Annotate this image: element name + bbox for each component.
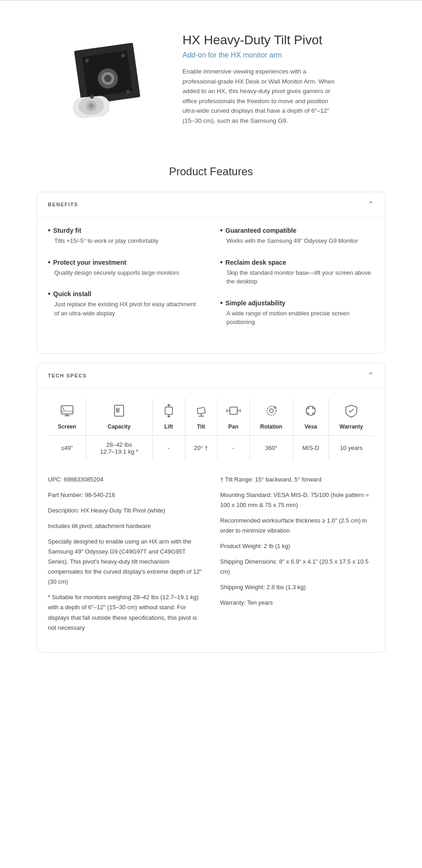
detail-warranty: Warranty: Ten years [220, 598, 375, 608]
col-label-capacity: Capacity [108, 424, 130, 430]
benefit-title-invest: Protect your investment [48, 258, 202, 267]
detail-part: Part Number: 98-540-216 [48, 490, 202, 500]
benefits-accordion-header[interactable]: BENEFITS ⌃ [37, 192, 385, 217]
benefits-accordion: BENEFITS ⌃ Sturdy fit Tilts +15/-5° to w… [36, 192, 386, 354]
benefit-desc-install: Just replace the existing HX pivot for e… [48, 300, 202, 318]
benefit-item-compat: Guaranteed compatible Works with the Sam… [220, 226, 375, 246]
warranty-icon [333, 403, 370, 421]
techspecs-chevron-icon: ⌃ [367, 371, 374, 380]
svg-point-31 [270, 409, 273, 413]
col-header-pan: Pan [217, 397, 250, 435]
benefit-desc-invest: Quality design securely supports large m… [48, 268, 202, 277]
cell-capacity: 28–42 lbs12.7–19.1 kg * [86, 435, 152, 460]
specs-details-right: † Tilt Range: 15° backward, 5° forward M… [220, 475, 375, 638]
product-description: Enable immersive viewing experiences wit… [182, 67, 338, 126]
benefit-desc-sturdy: Tilts +15/-5° to work or play comfortabl… [48, 236, 202, 246]
benefit-title-sturdy: Sturdy fit [48, 226, 202, 235]
col-header-tilt: Tilt [185, 397, 217, 435]
techspecs-accordion-header[interactable]: TECH SPECS ⌃ [37, 363, 385, 388]
svg-rect-13 [61, 406, 73, 414]
specs-table-header-row: Screen lb kg Capacity [48, 397, 374, 435]
benefit-title-install: Quick install [48, 290, 202, 298]
detail-worksurface: Recommended worksurface thickness ≥ 1.0"… [220, 516, 375, 536]
rotation-icon [254, 403, 289, 421]
specs-details: UPC: 698833085204 Part Number: 98-540-21… [48, 475, 374, 638]
col-header-capacity: lb kg Capacity [86, 397, 152, 435]
detail-weight: Product Weight: 2 lb (1 kg) [220, 541, 375, 551]
benefit-desc-desk: Skip the standard monitor base—lift your… [220, 268, 375, 286]
benefit-item-adjust: Simple adjustability A wide range of mot… [220, 299, 375, 327]
section-title: Product Features [36, 165, 386, 178]
col-header-vesa: Vesa [293, 397, 328, 435]
lift-icon [156, 403, 181, 421]
benefit-title-adjust: Simple adjustability [220, 299, 375, 307]
detail-mounting: Mounting Standard: VESA MIS-D, 75/100 (h… [220, 490, 375, 510]
benefit-item-sturdy: Sturdy fit Tilts +15/-5° to work or play… [48, 226, 202, 246]
product-image [46, 33, 155, 133]
product-info: HX Heavy-Duty Tilt Pivot Add-on for the … [182, 28, 386, 126]
product-header: HX Heavy-Duty Tilt Pivot Add-on for the … [0, 1, 422, 156]
cell-tilt: 20° † [185, 435, 217, 460]
pan-icon [221, 403, 246, 421]
col-label-vesa: Vesa [304, 424, 317, 430]
vesa-icon [297, 403, 325, 421]
svg-point-33 [307, 407, 309, 409]
tilt-icon [189, 403, 214, 421]
benefit-desc-adjust: A wide range of motion enables precise s… [220, 309, 375, 327]
svg-point-36 [313, 413, 314, 414]
benefit-item-install: Quick install Just replace the existing … [48, 290, 202, 318]
specs-table-data-row: ≤49" 28–42 lbs12.7–19.1 kg * - 20° † - 3… [48, 435, 374, 460]
col-label-tilt: Tilt [197, 424, 205, 430]
cell-vesa: MIS-D [293, 435, 328, 460]
benefit-title-compat: Guaranteed compatible [220, 226, 375, 235]
benefits-label: BENEFITS [48, 202, 78, 207]
benefit-title-desk: Reclaim desk space [220, 258, 375, 267]
benefits-right-col: Guaranteed compatible Works with the Sam… [220, 226, 375, 340]
benefit-item-desk: Reclaim desk space Skip the standard mon… [220, 258, 375, 286]
svg-line-17 [62, 407, 64, 410]
techspecs-body: Screen lb kg Capacity [37, 388, 385, 652]
benefits-body: Sturdy fit Tilts +15/-5° to work or play… [37, 217, 385, 353]
cell-warranty: 10 years [328, 435, 374, 460]
col-label-warranty: Warranty [339, 424, 363, 430]
col-label-rotation: Rotation [260, 424, 282, 430]
cell-pan: - [217, 435, 250, 460]
benefit-item-invest: Protect your investment Quality design s… [48, 258, 202, 277]
svg-point-30 [267, 406, 276, 415]
product-image-area [36, 28, 164, 138]
col-header-rotation: Rotation [250, 397, 293, 435]
specs-details-left: UPC: 698833085204 Part Number: 98-540-21… [48, 475, 202, 638]
svg-point-34 [313, 407, 314, 409]
techspecs-accordion: TECH SPECS ⌃ [36, 363, 386, 653]
cell-rotation: 360° [250, 435, 293, 460]
detail-design: Specially designed to enable using an HX… [48, 537, 202, 587]
detail-upc: UPC: 698833085204 [48, 475, 202, 485]
benefits-grid: Sturdy fit Tilts +15/-5° to work or play… [48, 226, 374, 340]
detail-suitable: * Suitable for monitors weighing 28–42 l… [48, 592, 202, 633]
svg-rect-21 [165, 407, 172, 414]
product-title: HX Heavy-Duty Tilt Pivot [182, 33, 386, 47]
col-label-lift: Lift [164, 424, 173, 430]
benefits-left-col: Sturdy fit Tilts +15/-5° to work or play… [48, 226, 202, 340]
col-header-lift: Lift [152, 397, 185, 435]
svg-point-8 [89, 103, 94, 109]
specs-table: Screen lb kg Capacity [48, 397, 374, 461]
detail-shipping-weight: Shipping Weight: 2.8 lbs (1.3 kg) [220, 582, 375, 592]
svg-rect-24 [197, 407, 205, 414]
svg-rect-27 [230, 407, 237, 414]
svg-point-35 [307, 413, 309, 414]
cell-screen: ≤49" [48, 435, 86, 460]
screen-icon [52, 403, 82, 421]
detail-includes: Includes tilt pivot, attachment hardware [48, 521, 202, 531]
col-label-screen: Screen [58, 424, 76, 430]
benefits-chevron-icon: ⌃ [367, 200, 374, 209]
col-label-pan: Pan [229, 424, 239, 430]
product-subtitle: Add-on for the HX monitor arm [182, 51, 386, 59]
detail-description: Description: HX Heavy-Duty Tilt Pivot (w… [48, 506, 202, 516]
product-features: Product Features BENEFITS ⌃ Sturdy fit T… [0, 156, 422, 680]
cell-lift: - [152, 435, 185, 460]
svg-text:kg: kg [116, 407, 120, 411]
benefit-desc-compat: Works with the Samsung 49" Odyssey G9 Mo… [220, 236, 375, 246]
techspecs-label: TECH SPECS [48, 373, 87, 378]
detail-tilt-range: † Tilt Range: 15° backward, 5° forward [220, 475, 375, 485]
